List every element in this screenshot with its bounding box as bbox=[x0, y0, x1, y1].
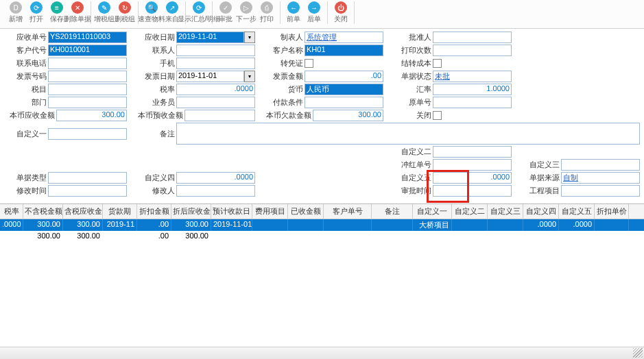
cell[interactable] bbox=[488, 231, 523, 243]
input[interactable]: .00 bbox=[305, 71, 383, 82]
checkbox[interactable] bbox=[433, 111, 442, 120]
col-自定义二[interactable]: 自定义二 bbox=[452, 204, 488, 219]
input[interactable]: 未批 bbox=[433, 71, 512, 82]
input[interactable]: .0000 bbox=[176, 172, 255, 184]
cell[interactable] bbox=[452, 231, 488, 243]
tb-显示汇总/明细[interactable]: ⟳显示汇总/明细 bbox=[189, 1, 209, 24]
resize-grip[interactable] bbox=[633, 348, 643, 358]
input[interactable]: 1.0000 bbox=[433, 84, 512, 95]
col-税率[interactable]: 税率 bbox=[0, 204, 23, 219]
col-自定义四[interactable]: 自定义四 bbox=[523, 204, 559, 219]
input[interactable] bbox=[561, 159, 640, 171]
tb-打开[interactable]: ⟳打开 bbox=[26, 1, 47, 24]
input[interactable] bbox=[48, 172, 127, 184]
cell[interactable] bbox=[288, 231, 324, 243]
cell[interactable] bbox=[488, 219, 523, 231]
input[interactable]: KH01 bbox=[305, 45, 383, 56]
dropdown-icon[interactable]: ▾ bbox=[244, 71, 255, 82]
input[interactable] bbox=[433, 146, 512, 158]
cell[interactable] bbox=[324, 231, 372, 243]
table-row[interactable]: 300.00300.00.00300.00 bbox=[0, 231, 644, 243]
cell[interactable]: 300.00 bbox=[171, 219, 211, 231]
col-备注[interactable]: 备注 bbox=[372, 204, 413, 219]
col-折扣单价[interactable]: 折扣单价 bbox=[595, 204, 629, 219]
input[interactable]: 自制 bbox=[561, 172, 640, 184]
input[interactable] bbox=[433, 159, 512, 171]
checkbox[interactable] bbox=[433, 59, 442, 68]
cell[interactable] bbox=[595, 219, 629, 231]
input[interactable]: 300.00 bbox=[56, 110, 127, 121]
input[interactable] bbox=[48, 58, 127, 69]
checkbox[interactable] bbox=[305, 59, 313, 68]
input[interactable] bbox=[176, 58, 255, 69]
tb-新增[interactable]: D新增 bbox=[5, 1, 26, 24]
col-已收金额[interactable]: 已收金额 bbox=[288, 204, 324, 219]
input[interactable] bbox=[433, 185, 512, 197]
cell[interactable]: 300.00 bbox=[23, 219, 63, 231]
input[interactable] bbox=[48, 128, 127, 140]
cell[interactable] bbox=[103, 231, 137, 243]
cell[interactable] bbox=[324, 219, 372, 231]
input[interactable]: 系统管理 bbox=[305, 32, 383, 43]
tb-删除单据[interactable]: ✕删除单据 bbox=[67, 1, 88, 24]
cell[interactable]: 2019-11 bbox=[103, 219, 137, 231]
cell[interactable]: 300.00 bbox=[23, 231, 63, 243]
tb-后单[interactable]: →后单 bbox=[304, 1, 324, 24]
col-折后应收金[interactable]: 折后应收金 bbox=[171, 204, 211, 219]
cell[interactable] bbox=[372, 231, 413, 243]
cell[interactable]: 大桥项目 bbox=[413, 219, 452, 231]
dropdown-icon[interactable]: ▾ bbox=[244, 32, 255, 43]
cell[interactable]: 300.00 bbox=[63, 231, 103, 243]
tb-关闭[interactable]: ⏻关闭 bbox=[331, 1, 351, 24]
input[interactable]: .0000 bbox=[176, 84, 255, 95]
cell[interactable] bbox=[413, 231, 452, 243]
input[interactable] bbox=[48, 185, 127, 197]
table-row[interactable]: .0000300.00300.002019-11.00300.002019-11… bbox=[0, 219, 644, 231]
cell[interactable] bbox=[372, 219, 413, 231]
cell[interactable] bbox=[288, 219, 324, 231]
input[interactable]: 300.00 bbox=[313, 110, 383, 121]
input[interactable]: 人民币 bbox=[305, 84, 383, 95]
col-自定义五[interactable]: 自定义五 bbox=[559, 204, 595, 219]
col-不含税金额[interactable]: 不含税金额 bbox=[23, 204, 63, 219]
input[interactable] bbox=[561, 185, 640, 197]
input[interactable] bbox=[48, 97, 127, 108]
tb-打印[interactable]: ⎙打印 bbox=[257, 1, 277, 24]
cell[interactable] bbox=[452, 219, 488, 231]
input[interactable] bbox=[48, 71, 127, 82]
cell[interactable]: .00 bbox=[137, 231, 171, 243]
col-预计收款日[interactable]: 预计收款日 bbox=[211, 204, 252, 219]
input[interactable] bbox=[305, 97, 383, 108]
input[interactable] bbox=[176, 45, 255, 56]
memo-input[interactable] bbox=[176, 123, 640, 145]
cell[interactable] bbox=[0, 231, 23, 243]
cell[interactable]: .00 bbox=[137, 219, 171, 231]
input[interactable] bbox=[48, 84, 127, 95]
tb-前单[interactable]: ←前单 bbox=[283, 1, 304, 24]
cell[interactable]: .0000 bbox=[0, 219, 23, 231]
input[interactable] bbox=[176, 97, 255, 108]
cell[interactable]: 300.00 bbox=[63, 219, 103, 231]
col-折扣金额[interactable]: 折扣金额 bbox=[137, 204, 171, 219]
col-自定义一[interactable]: 自定义一 bbox=[413, 204, 452, 219]
col-自定义三[interactable]: 自定义三 bbox=[488, 204, 523, 219]
cell[interactable]: 300.00 bbox=[171, 231, 211, 243]
input[interactable] bbox=[433, 97, 512, 108]
input[interactable] bbox=[433, 45, 512, 56]
cell[interactable] bbox=[252, 219, 288, 231]
input[interactable]: 2019-11-01 bbox=[176, 71, 244, 82]
cell[interactable]: .0000 bbox=[559, 219, 595, 231]
cell[interactable] bbox=[523, 231, 559, 243]
tb-审批[interactable]: ✓审批 bbox=[215, 1, 236, 24]
input[interactable]: KH0010001 bbox=[48, 45, 127, 56]
input[interactable]: YS201911010003 bbox=[48, 32, 127, 43]
input[interactable] bbox=[176, 185, 255, 197]
input[interactable]: 2019-11-01 bbox=[176, 32, 244, 43]
cell[interactable]: 2019-11-01 ▾ bbox=[211, 219, 252, 231]
cell[interactable] bbox=[252, 231, 288, 243]
cell[interactable]: .0000 bbox=[523, 219, 559, 231]
cell[interactable] bbox=[595, 231, 629, 243]
tb-下一步[interactable]: ▷下一步 bbox=[236, 1, 257, 24]
col-货款期[interactable]: 货款期 bbox=[103, 204, 137, 219]
col-客户单号[interactable]: 客户单号 bbox=[324, 204, 372, 219]
